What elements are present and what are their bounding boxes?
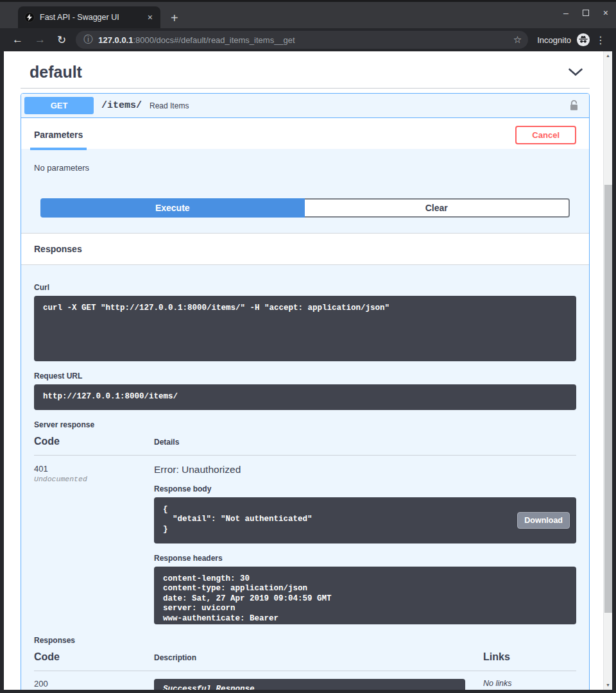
tab-title: Fast API - Swagger UI: [40, 13, 145, 22]
bookmark-star-icon[interactable]: ☆: [513, 34, 522, 46]
url-host: 127.0.0.1: [98, 35, 133, 45]
browser-titlebar: Fast API - Swagger UI × + – ×: [0, 0, 616, 28]
page-viewport: default GET /items/ Read Items Parameter…: [4, 51, 612, 690]
col-header-description: Description: [154, 653, 483, 662]
window-minimize-icon[interactable]: –: [563, 8, 569, 17]
authorize-lock-icon[interactable]: [569, 99, 579, 112]
scrollbar-down-icon[interactable]: ▼: [604, 682, 612, 689]
browser-tab[interactable]: Fast API - Swagger UI ×: [18, 6, 160, 28]
documented-responses-label: Responses: [34, 636, 576, 645]
window-close-icon[interactable]: ×: [603, 8, 608, 17]
cancel-button[interactable]: Cancel: [515, 126, 576, 144]
clear-button[interactable]: Clear: [305, 198, 570, 218]
col-header-links: Links: [483, 651, 576, 663]
col-header-code: Code: [34, 436, 154, 447]
download-button[interactable]: Download: [517, 512, 570, 529]
request-url-value: http://127.0.0.1:8000/items/: [34, 384, 576, 410]
forward-icon[interactable]: →: [29, 33, 51, 46]
response-error-title: Error: Unauthorized: [154, 464, 576, 475]
url-text[interactable]: 127.0.0.1:8000/docs#/default/read_items_…: [98, 35, 509, 45]
table-row: 200 Successful Response No links: [34, 671, 576, 690]
http-method-badge[interactable]: GET: [24, 97, 94, 114]
operation-path[interactable]: /items/: [101, 100, 142, 111]
incognito-icon: [576, 33, 590, 47]
response-body-json[interactable]: { "detail": "Not authenticated" }: [154, 497, 576, 543]
response-body-block: { "detail": "Not authenticated" } Downlo…: [154, 497, 576, 543]
page-scrollbar[interactable]: ▲ ▼: [603, 51, 612, 690]
browser-toolbar: ← → ↻ ⓘ 127.0.0.1:8000/docs#/default/rea…: [0, 28, 616, 51]
reload-icon[interactable]: ↻: [51, 33, 72, 47]
response-headers-block[interactable]: content-length: 30 content-type: applica…: [154, 567, 576, 624]
server-response-table: Code Details 401 Undocumented Error: Una…: [34, 436, 576, 624]
col-header-code: Code: [34, 651, 154, 663]
opblock-get-items: GET /items/ Read Items Parameters Cancel…: [21, 93, 590, 690]
tab-close-icon[interactable]: ×: [145, 12, 155, 22]
status-code-200: 200: [34, 679, 154, 690]
response-body-label: Response body: [154, 484, 576, 493]
operation-summary: Read Items: [150, 101, 189, 110]
server-response-label: Server response: [34, 420, 576, 429]
response-headers-label: Response headers: [154, 554, 576, 563]
curl-label: Curl: [34, 283, 576, 292]
new-tab-icon[interactable]: +: [171, 12, 178, 24]
table-row: 401 Undocumented Error: Unauthorized Res…: [34, 456, 576, 624]
url-path: :8000/docs#/default/read_items_items__ge…: [133, 35, 295, 45]
curl-command-block[interactable]: curl -X GET "http://127.0.0.1:8000/items…: [34, 296, 576, 361]
back-icon[interactable]: ←: [6, 33, 29, 46]
collapse-chevron-icon[interactable]: [568, 68, 583, 76]
parameters-header-row: Parameters Cancel: [21, 118, 589, 149]
col-header-details: Details: [154, 438, 576, 447]
execute-button-group: Execute Clear: [40, 198, 570, 218]
window-maximize-icon[interactable]: [583, 10, 589, 16]
response-code-note: Undocumented: [34, 475, 154, 483]
success-description-block: Successful Response: [154, 679, 465, 690]
documented-responses-table: Code Description Links 200 Successful Re…: [34, 651, 576, 690]
tab-parameters[interactable]: Parameters: [34, 123, 83, 150]
fastapi-favicon-icon: [24, 12, 35, 22]
page-info-icon[interactable]: ⓘ: [83, 34, 92, 46]
responses-section-header: Responses: [21, 233, 589, 265]
links-value: No links: [483, 679, 576, 690]
incognito-label: Incognito: [537, 35, 571, 45]
no-parameters-text: No parameters: [21, 149, 589, 196]
scrollbar-thumb[interactable]: [604, 185, 612, 613]
request-url-label: Request URL: [34, 372, 576, 381]
scrollbar-up-icon[interactable]: ▲: [604, 53, 612, 59]
tag-section-title: default: [30, 63, 82, 81]
execute-button[interactable]: Execute: [40, 198, 305, 218]
opblock-summary[interactable]: GET /items/ Read Items: [21, 94, 589, 118]
address-bar[interactable]: ⓘ 127.0.0.1:8000/docs#/default/read_item…: [76, 31, 528, 49]
response-code: 401: [34, 464, 154, 474]
browser-menu-icon[interactable]: ⋮: [590, 34, 610, 46]
section-divider: [21, 88, 590, 89]
